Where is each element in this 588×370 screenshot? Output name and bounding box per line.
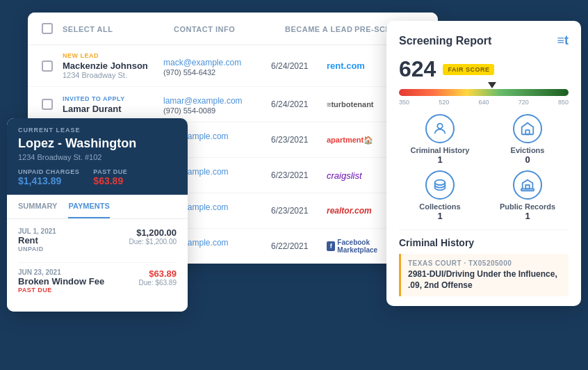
criminal-label: Criminal History — [411, 146, 470, 154]
public-records-icon — [513, 170, 542, 200]
score-section: 624 FAIR SCORE — [399, 56, 569, 82]
payment-amount: $1,200.00 — [129, 227, 177, 238]
score-bar-container: 350 520 640 720 850 — [399, 89, 569, 106]
col-header-contact: CONTACT INFO — [174, 25, 235, 33]
payment-status-pastdue: PAST DUE — [18, 287, 104, 293]
score-bar — [399, 89, 569, 96]
evictions-label: Evictions — [511, 146, 545, 154]
lead-address: 1234 Broadway St. — [63, 71, 163, 79]
svg-point-2 — [435, 180, 446, 185]
lead-badge-new: NEW LEAD — [63, 52, 163, 59]
payment-status: UNPAID — [18, 246, 56, 252]
lead-date: 6/23/2021 — [271, 206, 327, 216]
unpaid-amount: $1,413.89 — [18, 175, 79, 186]
public-records-label: Public Records — [500, 202, 555, 211]
row-checkbox[interactable] — [42, 61, 53, 72]
table-row: INVITED TO APPLY Lamar Durant lamar@exam… — [28, 87, 438, 122]
criminal-charge: 2981-DUI/Driving Under the Influence, .0… — [408, 269, 562, 291]
tab-summary[interactable]: SUMMARY — [18, 195, 57, 218]
lease-payments-list: JUL 1, 2021 Rent UNPAID $1,200.00 Due: $… — [7, 219, 188, 312]
lead-phone: (970) 554-6432 — [163, 68, 271, 77]
past-due-charges: PAST DUE $63.89 — [93, 168, 127, 186]
score-label-520: 520 — [439, 99, 449, 106]
collections-icon — [425, 170, 455, 200]
svg-rect-4 — [525, 185, 530, 189]
lead-date: 6/23/2021 — [271, 170, 327, 180]
metric-public-records: Public Records 1 — [487, 170, 569, 221]
criminal-court: TEXAS COURT · TX05205000 — [408, 259, 562, 267]
pastdue-amount: $63.89 — [93, 175, 127, 186]
credit-score: 624 — [399, 56, 436, 82]
metrics-grid: Criminal History 1 Evictions 0 Collectio… — [399, 114, 569, 221]
lease-charges: UNPAID CHARGES $1,413.89 PAST DUE $63.89 — [18, 168, 177, 186]
source-turbotenant-icon: ≡turbotenant — [327, 100, 374, 108]
screening-title: Screening Report — [399, 35, 491, 47]
screening-card: Screening Report ≡t 624 FAIR SCORE 350 5… — [386, 21, 581, 306]
metric-criminal: Criminal History 1 — [399, 114, 481, 165]
lead-name: Lamar Durant — [63, 104, 163, 114]
evictions-value: 0 — [525, 154, 530, 165]
lead-date: 6/24/2021 — [271, 99, 327, 109]
lead-date: 6/23/2021 — [271, 135, 327, 145]
score-label-350: 350 — [399, 99, 409, 106]
criminal-icon — [425, 114, 455, 143]
score-indicator — [488, 82, 496, 88]
table-row: NEW LEAD Mackenzie Johnson 1234 Broadway… — [28, 45, 438, 87]
lead-date: 6/22/2021 — [271, 241, 327, 251]
metric-evictions: Evictions 0 — [487, 114, 569, 165]
criminal-section-title: Criminal History — [399, 237, 569, 248]
lease-tabs: SUMMARY PAYMENTS — [7, 195, 188, 219]
divider — [18, 262, 177, 263]
unpaid-charges: UNPAID CHARGES $1,413.89 — [18, 168, 79, 186]
lead-badge-invited: INVITED TO APPLY — [63, 95, 163, 102]
row-checkbox[interactable] — [42, 99, 53, 110]
score-labels: 350 520 640 720 850 — [399, 99, 569, 106]
lease-name: Lopez - Washington — [18, 136, 177, 152]
payment-item: JUL 1, 2021 Rent UNPAID $1,200.00 Due: $… — [18, 227, 177, 252]
collections-value: 1 — [437, 211, 442, 221]
payment-date: JUL 1, 2021 — [18, 227, 56, 235]
lead-phone: (970) 554-0089 — [163, 106, 271, 115]
lease-card: CURRENT LEASE Lopez - Washington 1234 Br… — [7, 118, 188, 312]
lead-date: 6/24/2021 — [271, 61, 327, 71]
lead-email[interactable]: lamar@example.com — [163, 96, 243, 106]
criminal-record: TEXAS COURT · TX05205000 2981-DUI/Drivin… — [399, 254, 569, 296]
payment-name: Broken Window Fee — [18, 276, 104, 287]
collections-label: Collections — [419, 202, 460, 211]
metric-collections: Collections 1 — [399, 170, 481, 221]
public-records-value: 1 — [525, 211, 530, 221]
unpaid-label: UNPAID CHARGES — [18, 168, 79, 175]
svg-rect-1 — [525, 130, 530, 134]
criminal-value: 1 — [437, 154, 442, 165]
score-label-640: 640 — [478, 99, 489, 106]
source-realtor-icon: realtor.com — [327, 206, 372, 216]
screening-header: Screening Report ≡t — [399, 33, 569, 48]
payment-name: Rent — [18, 235, 56, 246]
criminal-section: Criminal History TEXAS COURT · TX0520500… — [399, 230, 569, 296]
score-label-720: 720 — [518, 99, 529, 106]
turbotenant-logo: ≡t — [557, 33, 569, 48]
leads-table-header: SELECT ALL CONTACT INFO BECAME A LEAD PR… — [28, 13, 438, 45]
payment-amount-pastdue: $63.89 — [139, 268, 177, 279]
evictions-icon — [513, 114, 542, 143]
lead-name: Mackenzie Johnson — [63, 61, 163, 71]
col-header-lead: BECAME A LEAD — [285, 25, 352, 33]
score-label-850: 850 — [558, 99, 569, 106]
payment-date: JUN 23, 2021 — [18, 268, 104, 276]
col-header-select: SELECT ALL — [63, 25, 113, 33]
lease-header: CURRENT LEASE Lopez - Washington 1234 Br… — [7, 118, 188, 195]
source-apartment-icon: apartment🏠 — [327, 136, 373, 145]
tab-payments[interactable]: PAYMENTS — [68, 195, 109, 218]
source-craigslist-icon: craigslist — [327, 170, 362, 181]
select-all-checkbox[interactable] — [42, 23, 53, 34]
lease-label: CURRENT LEASE — [18, 127, 177, 134]
lead-email[interactable]: mack@example.com — [163, 58, 241, 67]
score-badge: FAIR SCORE — [443, 64, 494, 75]
payment-item: JUN 23, 2021 Broken Window Fee PAST DUE … — [18, 268, 177, 293]
payment-due: Due: $1,200.00 — [129, 238, 177, 246]
lease-address: 1234 Broadway St. #102 — [18, 153, 177, 161]
source-rent-icon: rent.com — [327, 61, 365, 71]
pastdue-label: PAST DUE — [93, 168, 127, 175]
svg-point-0 — [437, 124, 442, 129]
payment-due: Due: $63.89 — [139, 279, 177, 287]
